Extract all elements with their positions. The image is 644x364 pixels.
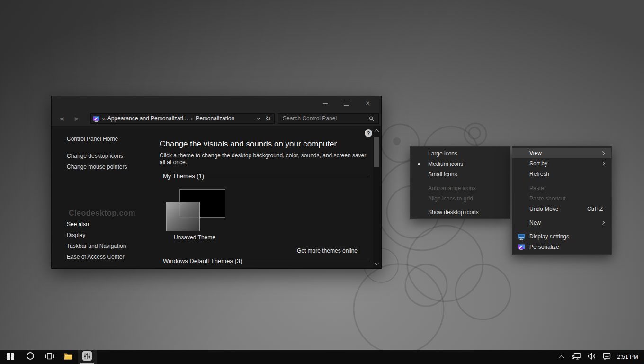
menu-item-label: Auto arrange icons (411, 183, 476, 193)
task-view-button[interactable] (40, 350, 59, 364)
menu-item-show-desktop-icons[interactable]: Show desktop icons (411, 207, 510, 218)
scrollbar-thumb[interactable] (374, 136, 379, 167)
page-title: Change the visuals and sounds on your co… (160, 139, 337, 149)
search-input[interactable] (278, 115, 368, 122)
theme-preview-color[interactable] (166, 202, 200, 231)
menu-separator (411, 180, 510, 183)
scrollbar[interactable] (373, 126, 380, 268)
action-center-icon (602, 352, 611, 362)
menu-item-label: Refresh (512, 169, 549, 179)
menu-item-label: Paste (512, 183, 544, 193)
menu-item-refresh[interactable]: Refresh (512, 169, 611, 179)
sidebar-item-taskbar-navigation[interactable]: Taskbar and Navigation (67, 243, 126, 249)
address-dropdown-icon[interactable] (257, 116, 261, 120)
menu-item-auto-arrange: Auto arrange icons (411, 183, 510, 193)
sidebar-item-control-panel-home[interactable]: Control Panel Home (67, 136, 118, 142)
taskbar-clock[interactable]: 2:51 PM (614, 350, 644, 364)
taskbar-app-personalization[interactable] (78, 350, 97, 364)
watermark: Cleodesktop.com (69, 209, 125, 218)
menu-item-label: New (512, 218, 541, 228)
menu-item-paste: Paste (512, 183, 611, 193)
back-button[interactable]: ◀ (55, 111, 68, 126)
menu-item-large-icons[interactable]: Large icons (411, 148, 510, 159)
selected-bullet-icon (418, 163, 420, 165)
windows-logo-icon (7, 352, 15, 362)
menu-separator (512, 214, 611, 218)
section-divider (208, 176, 369, 176)
menu-item-display-settings[interactable]: Display settings (512, 231, 611, 242)
menu-item-personalize[interactable]: Personalize (512, 242, 611, 252)
show-hidden-icons-button[interactable] (554, 350, 569, 364)
network-button[interactable] (569, 350, 584, 364)
menu-item-label: View (512, 148, 542, 158)
sidebar-item-change-desktop-icons[interactable]: Change desktop icons (67, 153, 123, 159)
task-view-icon (45, 352, 54, 362)
menu-separator (512, 179, 611, 183)
window-content: Control Panel Home Change desktop icons … (52, 126, 381, 268)
close-button[interactable]: ✕ (357, 96, 378, 110)
search-box (278, 113, 379, 124)
minimize-icon (323, 103, 328, 104)
my-themes-section: My Themes (1) (163, 172, 369, 180)
menu-item-label: Large icons (411, 148, 457, 159)
menu-item-undo-move[interactable]: Undo Move Ctrl+Z (512, 204, 611, 214)
menu-item-label: Show desktop icons (411, 207, 479, 218)
chevron-up-icon (558, 355, 564, 361)
sidebar-item-display[interactable]: Display (67, 232, 85, 238)
breadcrumb[interactable]: « Appearance and Personalizati... › Pers… (90, 113, 275, 124)
scroll-up-icon[interactable] (375, 129, 379, 134)
desktop-context-menu: View Sort by Refresh Paste Paste shortcu… (512, 146, 612, 255)
menu-item-view[interactable]: View (512, 148, 611, 158)
help-button[interactable]: ? (365, 129, 372, 137)
file-explorer-icon (63, 352, 73, 362)
desktop[interactable]: ✕ ◀ ▶ « Appearance and Personali (0, 0, 644, 364)
action-center-button[interactable] (599, 350, 614, 364)
menu-item-small-icons[interactable]: Small icons (411, 169, 510, 180)
refresh-icon[interactable]: ↻ (265, 115, 271, 122)
menu-separator (411, 204, 510, 207)
menu-item-label: Paste shortcut (512, 193, 566, 204)
page-description: Click a theme to change the desktop back… (160, 152, 368, 165)
file-explorer-button[interactable] (59, 350, 78, 364)
view-submenu: Large icons Medium icons Small icons Aut… (410, 146, 510, 219)
sidebar-item-change-mouse-pointers[interactable]: Change mouse pointers (67, 164, 127, 170)
default-themes-section: Windows Default Themes (3) (163, 257, 369, 264)
scroll-down-icon[interactable] (375, 261, 379, 265)
menu-item-label: Small icons (411, 169, 457, 180)
menu-item-label: Sort by (512, 158, 547, 169)
menu-item-medium-icons[interactable]: Medium icons (411, 159, 510, 169)
menu-item-new[interactable]: New (512, 218, 611, 228)
theme-name: Unsaved Theme (161, 234, 228, 241)
search-icon (368, 116, 375, 122)
submenu-arrow-icon (601, 162, 605, 165)
mixer-icon (82, 351, 92, 363)
maximize-icon (344, 101, 349, 106)
titlebar[interactable]: ✕ (52, 96, 381, 111)
menu-item-sort-by[interactable]: Sort by (512, 158, 611, 169)
maximize-button[interactable] (336, 96, 357, 110)
sidebar-see-also-header: See also (67, 221, 89, 228)
breadcrumb-parent[interactable]: Appearance and Personalizati... (107, 115, 188, 122)
breadcrumb-separator: › (191, 115, 193, 122)
display-settings-icon (518, 233, 525, 240)
network-icon (572, 352, 581, 362)
menu-item-label: Align icons to grid (411, 193, 473, 204)
menu-item-paste-shortcut: Paste shortcut (512, 193, 611, 204)
menu-item-align-to-grid: Align icons to grid (411, 193, 510, 204)
volume-button[interactable] (584, 350, 599, 364)
personalization-icon (93, 115, 100, 122)
breadcrumb-current[interactable]: Personalization (196, 115, 234, 122)
control-panel-window: ✕ ◀ ▶ « Appearance and Personali (51, 96, 382, 269)
breadcrumb-guillemet: « (102, 115, 106, 122)
start-button[interactable] (0, 350, 21, 364)
minimize-button[interactable] (314, 96, 336, 110)
volume-icon (587, 352, 596, 362)
taskbar: 2:51 PM (0, 350, 644, 364)
sidebar-item-ease-of-access[interactable]: Ease of Access Center (67, 254, 124, 260)
cortana-button[interactable] (21, 350, 40, 364)
my-themes-header: My Themes (1) (163, 173, 204, 180)
forward-button[interactable]: ▶ (71, 111, 83, 126)
get-more-themes-link[interactable]: Get more themes online (297, 247, 358, 254)
menu-separator (512, 228, 611, 231)
close-icon: ✕ (365, 100, 370, 106)
